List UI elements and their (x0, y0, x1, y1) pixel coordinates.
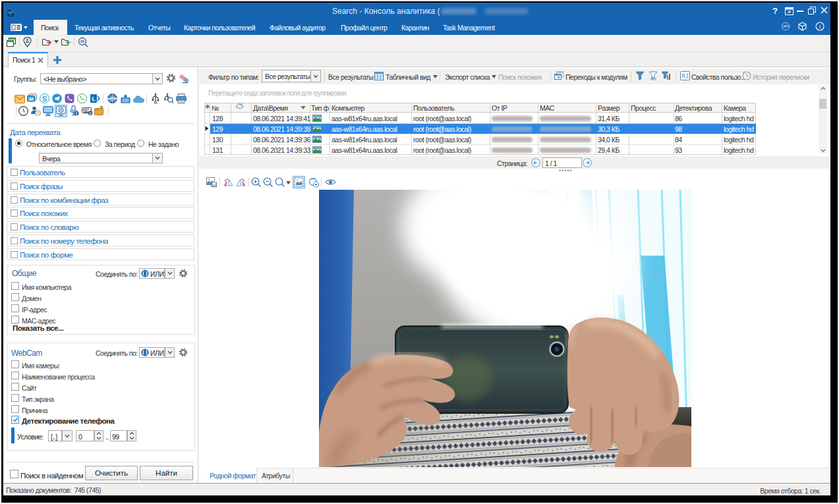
svg-text:L: L (92, 96, 95, 102)
svg-text:S: S (42, 95, 47, 103)
svg-text:i: i (819, 23, 821, 30)
svg-text:IM: IM (28, 97, 33, 101)
svg-text:HTTP: HTTP (107, 97, 117, 101)
svg-text:FTP: FTP (123, 99, 129, 102)
svg-text:API: API (783, 25, 788, 28)
svg-text:ID: ID (80, 40, 85, 43)
